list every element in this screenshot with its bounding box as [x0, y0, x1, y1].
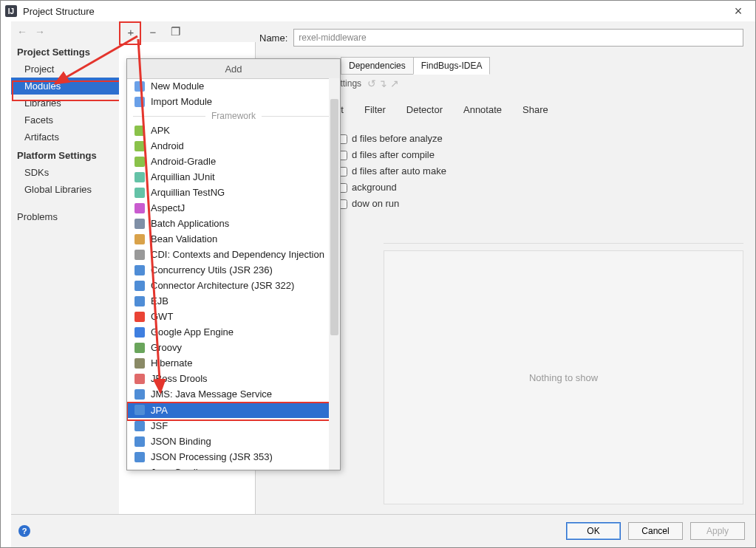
- chk-label: dow on run: [352, 196, 399, 212]
- sidebar-item-sdks[interactable]: SDKs: [11, 164, 119, 181]
- help-icon[interactable]: ?: [18, 525, 30, 537]
- popup-item-label: Groovy: [151, 342, 182, 353]
- tab-findbugs[interactable]: FindBugs-IDEA: [413, 57, 491, 75]
- popup-item-label: AspectJ: [151, 202, 185, 213]
- popup-item[interactable]: Arquillian TestNG: [127, 185, 340, 200]
- popup-scrollbar[interactable]: [329, 78, 340, 470]
- sidebar-item-global-libraries[interactable]: Global Libraries: [11, 181, 119, 198]
- popup-item-label: CDI: Contexts and Dependency Injection: [151, 249, 324, 260]
- framework-icon: [134, 327, 145, 338]
- popup-item-jpa[interactable]: JPA: [127, 402, 340, 418]
- sidebar-item-libraries[interactable]: Libraries: [11, 95, 119, 112]
- remove-icon[interactable]: −: [147, 26, 159, 38]
- popup-item-label: Java-Gradle: [151, 467, 203, 470]
- popup-item[interactable]: Concurrency Utils (JSR 236): [127, 262, 340, 278]
- nav-fwd-icon[interactable]: →: [35, 26, 45, 38]
- popup-item[interactable]: Java-Gradle: [127, 465, 340, 470]
- option-tabs: rt Filter Detector Annotate Share: [338, 104, 743, 115]
- opt-detector[interactable]: Detector: [406, 104, 443, 115]
- popup-item[interactable]: Android: [127, 138, 340, 154]
- popup-item[interactable]: Hibernate: [127, 355, 340, 371]
- framework-icon: [134, 452, 145, 462]
- sidebar-item-artifacts[interactable]: Artifacts: [11, 129, 119, 145]
- popup-item[interactable]: Arquillian JUnit: [127, 169, 340, 185]
- opt-share[interactable]: Share: [522, 104, 548, 115]
- popup-item[interactable]: JMS: Java Message Service: [127, 386, 340, 402]
- tab-dependencies[interactable]: Dependencies: [341, 57, 414, 75]
- sidebar-item-project[interactable]: Project: [11, 61, 119, 78]
- editor-gutter-strip: [1, 21, 12, 547]
- popup-item[interactable]: JSF: [127, 418, 340, 434]
- popup-item[interactable]: Batch Applications: [127, 216, 340, 231]
- popup-item[interactable]: GWT: [127, 309, 340, 324]
- popup-item-label: Bean Validation: [151, 233, 217, 244]
- framework-icon: [134, 281, 145, 291]
- folder-icon: [134, 81, 145, 92]
- popup-item[interactable]: JSON Processing (JSR 353): [127, 449, 340, 465]
- sidebar-item-facets[interactable]: Facets: [11, 112, 119, 129]
- module-name-input[interactable]: [293, 29, 743, 47]
- nav-back-icon[interactable]: ←: [17, 26, 27, 38]
- popup-item[interactable]: APK: [127, 123, 340, 138]
- popup-item[interactable]: CDI: Contexts and Dependency Injection: [127, 247, 340, 262]
- popup-separator: Framework: [127, 111, 340, 121]
- apply-button[interactable]: Apply: [690, 522, 745, 540]
- framework-icon: [134, 203, 145, 213]
- framework-icon: [134, 436, 145, 447]
- popup-item[interactable]: Bean Validation: [127, 231, 340, 247]
- framework-icon: [134, 172, 145, 182]
- opt-filter[interactable]: Filter: [364, 104, 386, 115]
- popup-item-label: Arquillian JUnit: [151, 171, 215, 182]
- popup-item[interactable]: JBoss Drools: [127, 371, 340, 386]
- framework-icon: [134, 421, 145, 431]
- titlebar: IJ Project Structure ×: [1, 1, 755, 22]
- cancel-button[interactable]: Cancel: [628, 522, 683, 540]
- popup-item-label: Connector Architecture (JSR 322): [151, 280, 294, 291]
- framework-icon: [134, 219, 145, 229]
- export-icon[interactable]: ↗: [390, 78, 399, 89]
- popup-item-label: APK: [151, 125, 170, 136]
- reset-icon[interactable]: ↺: [367, 78, 376, 89]
- framework-icon: [134, 265, 145, 275]
- popup-item[interactable]: EJB: [127, 293, 340, 309]
- import-icon[interactable]: ↴: [378, 78, 387, 89]
- popup-item-label: Import Module: [151, 96, 212, 107]
- framework-icon: [134, 157, 145, 167]
- popup-item[interactable]: Connector Architecture (JSR 322): [127, 278, 340, 293]
- sidebar-nav-tools: ← →: [11, 21, 119, 42]
- dialog-content: ← → Project Settings Project Modules Lib…: [11, 21, 755, 515]
- opt-annotate[interactable]: Annotate: [463, 104, 502, 115]
- popup-item[interactable]: Google App Engine: [127, 324, 340, 340]
- popup-item[interactable]: JSON Binding: [127, 434, 340, 449]
- popup-item[interactable]: AspectJ: [127, 200, 340, 216]
- framework-icon: [134, 126, 145, 136]
- app-icon: IJ: [5, 5, 17, 17]
- framework-icon: [134, 250, 145, 260]
- popup-item[interactable]: Android-Gradle: [127, 154, 340, 169]
- popup-item[interactable]: Import Module: [127, 94, 340, 109]
- name-label: Name:: [259, 32, 287, 44]
- framework-icon: [134, 389, 145, 400]
- folder-icon: [134, 97, 145, 107]
- add-icon[interactable]: +: [125, 26, 137, 38]
- sidebar-section-head: Platform Settings: [11, 145, 119, 164]
- framework-icon: [134, 296, 145, 306]
- scrollbar-thumb[interactable]: [330, 99, 338, 335]
- dialog-footer: ? OK Cancel Apply: [11, 514, 755, 547]
- sidebar-item-modules[interactable]: Modules: [11, 78, 119, 95]
- framework-icon: [134, 234, 145, 244]
- empty-state-text: Nothing to show: [529, 372, 598, 383]
- popup-item[interactable]: New Module: [127, 78, 340, 94]
- divider: [384, 243, 743, 244]
- popup-item-label: Google App Engine: [151, 326, 234, 338]
- copy-icon[interactable]: ❐: [169, 26, 181, 38]
- framework-icon: [134, 374, 145, 384]
- popup-item-label: JMS: Java Message Service: [151, 388, 272, 400]
- sidebar-item-problems[interactable]: Problems: [11, 208, 119, 225]
- popup-item[interactable]: Groovy: [127, 340, 340, 355]
- popup-body[interactable]: New ModuleImport ModuleFrameworkAPKAndro…: [127, 78, 340, 470]
- close-icon[interactable]: ×: [726, 4, 751, 19]
- framework-icon: [134, 405, 145, 415]
- popup-item-label: Batch Applications: [151, 218, 229, 229]
- ok-button[interactable]: OK: [566, 522, 621, 540]
